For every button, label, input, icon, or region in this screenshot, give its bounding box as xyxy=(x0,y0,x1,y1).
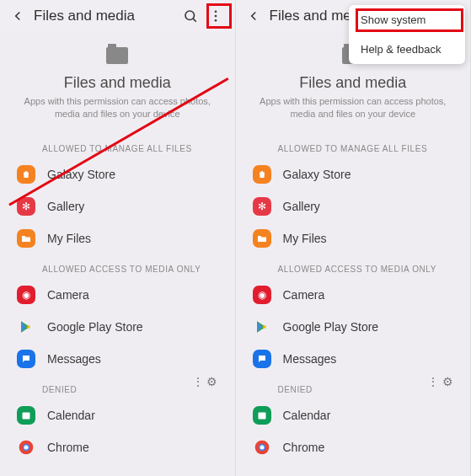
topbar-title: Files and media xyxy=(34,8,176,24)
app-label: Calendar xyxy=(283,409,331,422)
app-label: Camera xyxy=(283,288,325,302)
list-item[interactable]: Google Play Store xyxy=(0,311,235,343)
list-item[interactable]: Chrome xyxy=(236,431,471,463)
section-media-only: ALLOWED ACCESS TO MEDIA ONLY xyxy=(0,254,235,279)
page-subtitle: Apps with this permission can access pho… xyxy=(0,92,235,131)
screen-left: Files and media Files and media Apps wit… xyxy=(0,0,236,476)
back-icon[interactable] xyxy=(8,7,27,25)
app-label: Calendar xyxy=(47,409,95,422)
app-label: Google Play Store xyxy=(47,320,143,334)
list-item[interactable]: Galaxy Store xyxy=(236,158,471,190)
screen-right: Files and media Files and media Apps wit… xyxy=(236,0,472,476)
chrome-icon xyxy=(253,438,271,457)
list-item[interactable]: My Files xyxy=(236,222,471,254)
flower-icon: ✻ xyxy=(253,197,271,216)
list-item[interactable]: Calendar xyxy=(236,399,471,431)
calendar-icon xyxy=(253,406,271,425)
app-label: Camera xyxy=(47,288,89,302)
list-item[interactable]: My Files xyxy=(0,222,235,254)
overflow-settings-icon[interactable]: ⋮ ⚙ xyxy=(192,375,235,388)
list-item[interactable]: Messages xyxy=(236,343,471,375)
svg-point-8 xyxy=(24,445,29,449)
app-label: Messages xyxy=(283,352,337,366)
section-denied: DENIED xyxy=(236,375,328,399)
svg-rect-9 xyxy=(258,412,265,419)
menu-show-system[interactable]: Show system xyxy=(349,5,465,35)
list-item[interactable]: Chrome xyxy=(0,431,235,463)
calendar-icon xyxy=(17,406,35,425)
list-item[interactable]: Google Play Store xyxy=(236,311,471,343)
app-label: My Files xyxy=(47,232,91,245)
app-label: Gallery xyxy=(47,200,84,213)
list-item[interactable]: ✻ Gallery xyxy=(0,190,235,222)
section-denied: DENIED xyxy=(0,375,92,399)
overflow-settings-icon[interactable]: ⋮ ⚙ xyxy=(427,375,470,388)
back-icon[interactable] xyxy=(244,7,263,25)
app-label: Messages xyxy=(47,352,101,366)
camera-icon: ◉ xyxy=(253,286,271,304)
svg-line-1 xyxy=(193,19,195,21)
app-label: Chrome xyxy=(47,441,89,454)
svg-point-4 xyxy=(214,19,217,22)
more-icon[interactable] xyxy=(205,5,227,27)
page-title: Files and media xyxy=(0,74,235,92)
list-item[interactable]: ✻ Gallery xyxy=(236,190,471,222)
svg-point-0 xyxy=(185,11,195,20)
app-label: Galaxy Store xyxy=(47,168,115,181)
messages-icon xyxy=(253,350,271,368)
overflow-menu: Show system Help & feedback xyxy=(349,5,465,64)
svg-point-12 xyxy=(260,445,264,449)
folder-icon xyxy=(106,47,128,64)
list-item[interactable]: ◉ Camera xyxy=(236,279,471,311)
list-item[interactable]: ◉ Camera xyxy=(0,279,235,311)
app-label: Chrome xyxy=(283,441,325,454)
app-label: Gallery xyxy=(283,200,320,213)
camera-icon: ◉ xyxy=(17,286,35,304)
chrome-icon xyxy=(17,438,35,457)
svg-point-3 xyxy=(214,15,217,18)
list-item[interactable]: Messages xyxy=(0,343,235,375)
messages-icon xyxy=(17,350,35,368)
bag-icon xyxy=(253,165,271,184)
page-subtitle: Apps with this permission can access pho… xyxy=(236,92,471,131)
app-label: Galaxy Store xyxy=(283,168,351,181)
bag-icon xyxy=(17,165,35,184)
play-store-icon xyxy=(17,318,35,336)
header-area: Files and media Apps with this permissio… xyxy=(0,32,235,134)
app-label: My Files xyxy=(283,232,327,245)
search-icon[interactable] xyxy=(179,5,201,27)
section-manage-all: ALLOWED TO MANAGE ALL FILES xyxy=(236,134,471,158)
app-label: Google Play Store xyxy=(283,320,379,334)
section-manage-all: ALLOWED TO MANAGE ALL FILES xyxy=(0,134,235,158)
page-title: Files and media xyxy=(236,74,471,92)
svg-rect-5 xyxy=(23,412,30,419)
folder-app-icon xyxy=(253,229,271,248)
play-store-icon xyxy=(253,318,271,336)
list-item[interactable]: Calendar xyxy=(0,399,235,431)
folder-app-icon xyxy=(17,229,35,248)
list-item[interactable]: Galaxy Store xyxy=(0,158,235,190)
section-media-only: ALLOWED ACCESS TO MEDIA ONLY xyxy=(236,254,471,279)
svg-point-2 xyxy=(214,10,217,13)
menu-help-feedback[interactable]: Help & feedback xyxy=(349,35,465,64)
flower-icon: ✻ xyxy=(17,197,35,216)
topbar: Files and media xyxy=(0,0,235,32)
